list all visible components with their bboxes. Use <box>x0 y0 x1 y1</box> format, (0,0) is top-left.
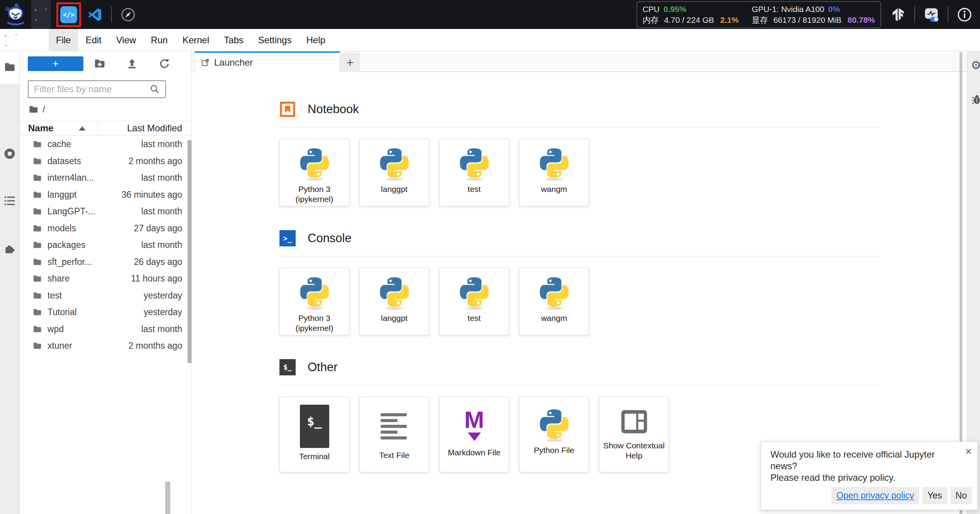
launcher-card-markdown-file[interactable]: M Markdown File <box>439 397 509 472</box>
filter-files-input[interactable] <box>28 80 166 98</box>
jupyter-swirl-icon <box>33 7 49 22</box>
file-row[interactable]: share 11 hours ago <box>20 270 191 287</box>
tensorflow-icon[interactable] <box>890 7 906 22</box>
icon-shadow <box>546 439 562 442</box>
jupyter-news-notification: Would you like to receive official Jupyt… <box>761 441 978 510</box>
launcher-card-text-file[interactable]: Text File <box>359 397 429 472</box>
gpu-stat: GPU-1: Nvidia A1000% <box>752 4 875 14</box>
launcher-card-console-test[interactable]: test <box>439 268 509 335</box>
launcher-card-notebook-wangm[interactable]: wangm <box>519 139 589 206</box>
file-row[interactable]: packages last month <box>20 237 191 254</box>
file-row[interactable]: datasets 2 months ago <box>20 153 191 170</box>
debugger-bug-icon[interactable] <box>971 94 980 105</box>
file-browser-panel: + <box>20 51 192 514</box>
sidebar-item-toc[interactable] <box>0 195 19 207</box>
vscode-icon[interactable] <box>87 7 103 22</box>
console-cards: Python 3 (ipykernel) langgpt test <box>279 268 880 335</box>
refresh-button[interactable] <box>158 58 171 71</box>
refresh-icon <box>158 58 171 70</box>
active-app-highlight: </> <box>56 2 81 27</box>
launcher-card-contextual-help[interactable]: Show Contextual Help <box>599 397 669 472</box>
file-panel-scrollbar[interactable] <box>188 140 191 363</box>
launcher-card-python-file[interactable]: Python File <box>519 397 589 472</box>
topbar-divider <box>948 7 948 23</box>
section-header: $_ Other <box>279 359 880 376</box>
python-icon <box>298 147 331 179</box>
sort-ascending-icon[interactable] <box>79 126 86 131</box>
folder-icon <box>28 104 39 115</box>
file-row[interactable]: models 27 days ago <box>20 220 191 237</box>
file-row[interactable]: xtuner 2 months ago <box>20 338 191 355</box>
topbar-right-group: CPU0.95% GPU-1: Nvidia A1000% 内存 4.70 / … <box>636 1 972 28</box>
file-row[interactable]: wpd last month <box>20 321 191 338</box>
jupyterhub-icon-tile[interactable] <box>31 0 51 29</box>
info-icon[interactable] <box>957 7 972 22</box>
console-icon: >_ <box>279 230 296 246</box>
folder-icon <box>32 257 42 267</box>
menu-file[interactable]: File <box>49 29 78 51</box>
launcher-card-notebook-langgpt[interactable]: langgpt <box>359 139 429 206</box>
sidebar-item-running[interactable] <box>0 148 19 160</box>
file-panel-scrollbar-bottom[interactable] <box>165 482 170 514</box>
launcher-card-terminal[interactable]: $_ Terminal <box>279 397 349 472</box>
file-browser-toolbar: + <box>20 56 191 72</box>
launcher-card-console-wangm[interactable]: wangm <box>519 268 589 335</box>
memory-stat: 内存 4.70 / 224 GB 2.1% <box>643 15 739 25</box>
new-folder-button[interactable] <box>93 58 106 71</box>
open-privacy-policy-button[interactable]: Open privacy policy <box>831 487 919 504</box>
column-name[interactable]: Name <box>28 123 53 134</box>
launcher-card-notebook-python3[interactable]: Python 3 (ipykernel) <box>279 139 349 206</box>
contextual-help-icon <box>619 406 650 437</box>
launcher-card-notebook-test[interactable]: test <box>439 139 509 206</box>
file-row[interactable]: LangGPT-... last month <box>20 203 191 220</box>
topbar: </> CPU0.95% GPU-1: Nvidia A1000% 内存 4.7… <box>0 0 980 29</box>
upload-icon <box>126 58 138 70</box>
menu-run[interactable]: Run <box>144 29 175 51</box>
icon-shadow <box>546 307 562 310</box>
compass-icon[interactable] <box>120 7 136 22</box>
python-icon <box>538 408 570 440</box>
folder-icon <box>32 274 42 283</box>
vram-stat: 显存 66173 / 81920 MiB 80.78% <box>752 15 875 25</box>
property-inspector-icon[interactable]: ⚙⚙ <box>971 58 980 72</box>
breadcrumb[interactable]: / <box>28 104 45 115</box>
file-row[interactable]: Tutorial yesterday <box>20 304 191 321</box>
jupyter-logo-icon <box>3 32 19 48</box>
launcher-card-console-langgpt[interactable]: langgpt <box>359 268 429 335</box>
table-of-contents-icon <box>3 195 16 207</box>
tab-launcher[interactable]: Launcher <box>195 51 340 72</box>
new-launcher-button[interactable]: + <box>28 56 83 71</box>
menu-tabs[interactable]: Tabs <box>217 29 251 51</box>
mascot-logo-icon <box>4 2 25 27</box>
icon-shadow <box>386 307 403 310</box>
folder-icon <box>32 341 42 351</box>
menubar: File Edit View Run Kernel Tabs Settings … <box>0 29 980 51</box>
upload-button[interactable] <box>125 58 139 71</box>
column-last-modified[interactable]: Last Modified <box>127 123 182 134</box>
menu-edit[interactable]: Edit <box>78 29 109 51</box>
file-row[interactable]: test yesterday <box>20 287 191 304</box>
file-row[interactable]: intern4lan... last month <box>20 170 191 187</box>
new-tab-button[interactable]: + <box>340 53 360 72</box>
icon-shadow <box>466 307 482 310</box>
sidebar-item-files[interactable] <box>0 61 19 73</box>
file-row[interactable]: cache last month <box>20 136 191 153</box>
launcher-card-console-python3[interactable]: Python 3 (ipykernel) <box>279 268 349 335</box>
file-row[interactable]: sft_perfor... 26 days ago <box>20 254 191 271</box>
cpu-stat: CPU0.95% <box>643 4 739 14</box>
menu-help[interactable]: Help <box>299 29 332 51</box>
code-server-icon[interactable]: </> <box>60 6 77 23</box>
close-icon[interactable]: × <box>965 446 972 457</box>
folder-icon <box>32 240 42 250</box>
menu-kernel[interactable]: Kernel <box>175 29 217 51</box>
section-divider <box>279 385 880 385</box>
resource-monitor-toggle-icon[interactable] <box>924 7 939 22</box>
notification-message: Would you like to receive official Jupyt… <box>770 449 956 483</box>
no-button[interactable]: No <box>951 487 972 504</box>
folder-icon <box>32 224 42 233</box>
menu-view[interactable]: View <box>109 29 144 51</box>
sidebar-item-extensions[interactable] <box>0 243 19 255</box>
file-row[interactable]: langgpt 36 minutes ago <box>20 187 191 204</box>
yes-button[interactable]: Yes <box>922 487 947 504</box>
menu-settings[interactable]: Settings <box>251 29 299 51</box>
